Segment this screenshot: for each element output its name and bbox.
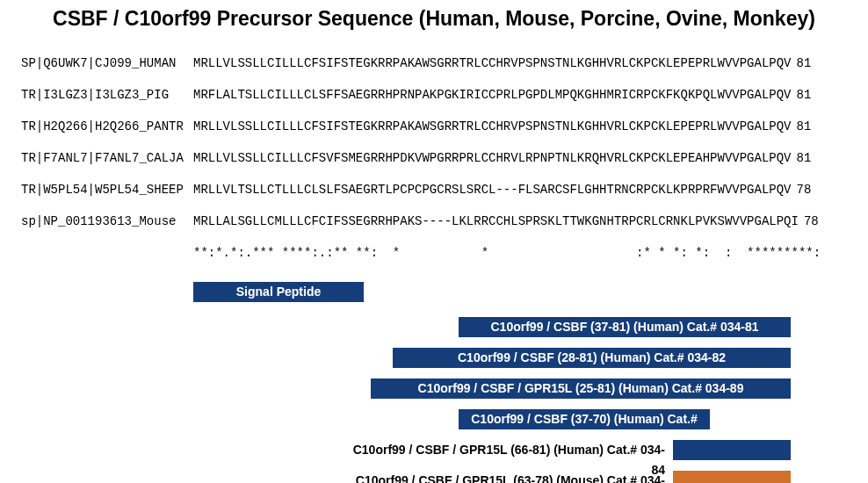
seq-end: 81 [792,87,812,103]
fragment-bar-034-89: C10orf99 / CSBF / GPR15L (25-81) (Human)… [371,378,791,399]
seq-residues: MRLLVLSSLLCILLLCFSIFSTEGKRRPAKAWSGRRTRLC… [193,119,792,134]
seq-id: TR|H2Q266|H2Q266_PANTR [21,119,193,134]
alignment-row: TR|W5PL54|W5PL54_SHEEPMRLLVLTSLLCTLLLCLS… [21,182,868,198]
seq-end: 81 [792,119,812,134]
seq-residues: MRLLVLTSLLCTLLLCLSLFSAEGRTLPCPCPGCRSLSRC… [193,182,792,198]
alignment-row: TR|H2Q266|H2Q266_PANTRMRLLVLSSLLCILLLCFS… [21,119,868,134]
seq-end: 81 [792,55,812,71]
alignment-row: SP|Q6UWK7|CJ099_HUMANMRLLVLSSLLCILLLCFSI… [21,55,868,71]
seq-id: TR|I3LGZ3|I3LGZ3_PIG [21,87,193,103]
fragment-bar-034-87 [673,471,791,483]
fragment-bar-034-81: C10orf99 / CSBF (37-81) (Human) Cat.# 03… [459,317,791,337]
seq-residues: MRLLALSGLLCMLLLCFCIFSSEGRRHPAKS----LKLRR… [193,213,799,229]
seq-id: sp|NP_001193613_Mouse [21,213,193,229]
fragment-label-034-87: C10orf99 / CSBF / GPR15L (63-78) (Mouse)… [351,471,672,483]
seq-residues: MRLLVLSSLLCILLLCFSIFSTEGKRRPAKAWSGRRTRLC… [193,55,792,71]
page-title: CSBF / C10orf99 Precursor Sequence (Huma… [0,0,868,40]
seq-residues: MRFLALTSLLCILLLCLSFFSAEGRRHPRNPAKPGKIRIC… [193,87,792,103]
fragment-bar-034-82: C10orf99 / CSBF (28-81) (Human) Cat.# 03… [393,348,791,368]
consensus-marks: **:*.*:.*** ****:.:** **: * * :* * *: *:… [193,245,821,261]
seq-id: TR|W5PL54|W5PL54_SHEEP [21,182,193,198]
consensus-row: **:*.*:.*** ****:.:** **: * * :* * *: *:… [21,245,868,261]
sequence-alignment: SP|Q6UWK7|CJ099_HUMANMRLLVLSSLLCILLLCFSI… [0,40,868,277]
seq-residues: MRLLVLSSLLCILLLCFSVFSMEGRRHPDKVWPGRRPRLC… [193,150,792,166]
alignment-row: TR|I3LGZ3|I3LGZ3_PIGMRFLALTSLLCILLLCLSFF… [21,87,868,103]
seq-id: TR|F7ANL7|F7ANL7_CALJA [21,150,193,166]
signal-peptide-bar: Signal Peptide [193,282,364,302]
seq-end: 78 [799,213,819,229]
alignment-row: sp|NP_001193613_MouseMRLLALSGLLCMLLLCFCI… [21,213,868,229]
fragment-bars: Signal Peptide C10orf99 / CSBF (37-81) (… [0,282,868,483]
fragment-bar-034-84 [673,440,791,460]
seq-id: SP|Q6UWK7|CJ099_HUMAN [21,55,193,71]
fragment-bar-034-83: C10orf99 / CSBF (37-70) (Human) Cat.# 03… [459,409,710,429]
fragment-label-034-84: C10orf99 / CSBF / GPR15L (66-81) (Human)… [351,440,672,460]
seq-end: 81 [792,150,812,166]
seq-end: 78 [792,182,812,198]
alignment-row: TR|F7ANL7|F7ANL7_CALJAMRLLVLSSLLCILLLCFS… [21,150,868,166]
